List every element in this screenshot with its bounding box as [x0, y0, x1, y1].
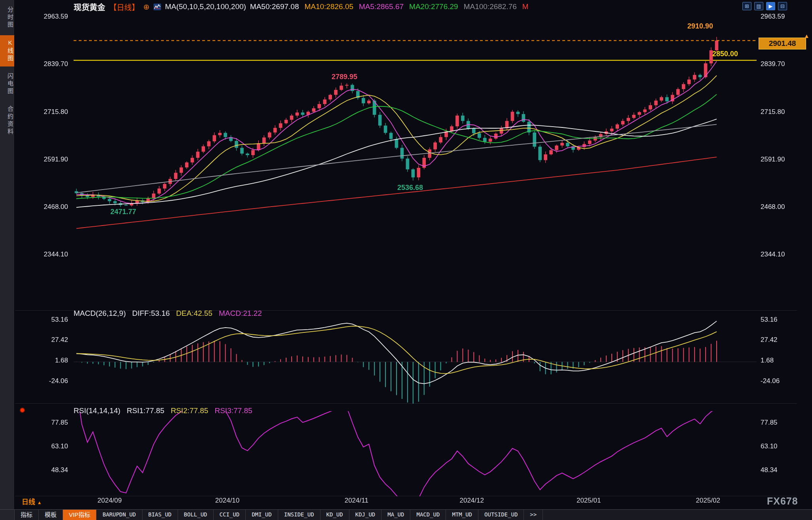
price-axis-label-right: 2468.00: [761, 203, 785, 211]
play-icon[interactable]: ▶: [766, 2, 775, 10]
price-axis-label-right: 2963.59: [761, 13, 785, 21]
price-axis-label-left: 2344.10: [16, 251, 68, 258]
tab-boll-ud[interactable]: BOLL_UD: [178, 510, 214, 520]
tab-indicators[interactable]: 指标: [15, 510, 39, 520]
macd-axis-label-left: -24.06: [16, 377, 68, 385]
price-axis-label-left: 2468.00: [16, 203, 68, 211]
tab-mtm-ud[interactable]: MTM_UD: [446, 510, 478, 520]
ma-value: MA5:2865.67: [359, 2, 404, 11]
ma-value: MA100:2682.76: [464, 2, 517, 11]
sidebar: 分时图K线图闪电图合约资料: [0, 0, 15, 509]
pane-split-icon[interactable]: ▥: [754, 2, 763, 10]
ma-params-label: MA(50,10,5,20,100,200): [165, 2, 246, 11]
macd-axis-label-right: -24.06: [761, 377, 780, 385]
rsi-header-segment: RSI(14,14,14): [74, 406, 120, 415]
date-label: 2024/10: [208, 497, 247, 505]
tab-macd-ud[interactable]: MACD_UD: [410, 510, 446, 520]
macd-axis-label-left: 53.16: [16, 316, 68, 324]
date-label: 2024/12: [452, 497, 491, 505]
latest-price-arrow-icon[interactable]: ▲: [804, 32, 810, 39]
rsi-header: RSI(14,14,14)RSI1:77.85RSI2:77.85RSI3:77…: [74, 406, 252, 415]
ma-value: M: [522, 2, 529, 11]
chart-layout-icons: ⊞▥▶⊟: [742, 2, 787, 10]
last-price-tag: 2901.48: [759, 38, 806, 49]
rsi-axis-label-right: 48.34: [761, 466, 778, 474]
macd-axis-label-right: 1.68: [761, 357, 774, 364]
watermark: FX678: [767, 495, 798, 507]
price-axis-label-right: 2344.10: [761, 251, 785, 258]
mini-chart-icon[interactable]: [154, 4, 161, 10]
period-selector[interactable]: 日线 ▲: [22, 496, 42, 506]
period-label: 日线: [22, 498, 35, 506]
chart-header: 现货黄金 【日线】 ⊕ MA(50,10,5,20,100,200) MA50:…: [74, 2, 529, 12]
macd-axis-label-left: 1.68: [16, 357, 68, 364]
ma-value: MA20:2776.29: [409, 2, 458, 11]
tab-kd-ud[interactable]: KD_UD: [321, 510, 349, 520]
price-axis-label-right: 2839.70: [761, 60, 785, 68]
rsi-header-segment: RSI1:77.85: [127, 406, 164, 415]
tab-more[interactable]: >>: [524, 510, 543, 520]
date-label: 2024/11: [337, 497, 376, 505]
price-axis-label-left: 2839.70: [16, 60, 68, 68]
price-axis-label-left: 2963.59: [16, 13, 68, 21]
period-arrow-icon: ▲: [37, 500, 42, 505]
macd-header-segment: MACD(26,12,9): [74, 309, 126, 318]
add-compare-icon[interactable]: ⊕: [143, 2, 150, 11]
tab-vip-indicators[interactable]: VIP指标: [63, 510, 97, 520]
tab-barupdn-ud[interactable]: BARUPDN_UD: [97, 510, 142, 520]
tabbar-spacer: [0, 510, 15, 520]
indicator-dot-icon: [20, 408, 25, 413]
pane-grid-icon[interactable]: ⊞: [742, 2, 751, 10]
date-label: 2025/01: [569, 497, 609, 505]
pane-merge-icon[interactable]: ⊟: [778, 2, 787, 10]
tab-ma-ud[interactable]: MA_UD: [381, 510, 410, 520]
bottom-tabbar: 指标模板VIP指标BARUPDN_UDBIAS_UDBOLL_UDCCI_UDD…: [0, 509, 812, 520]
price-axis-label-left: 2715.80: [16, 108, 68, 116]
rsi-header-segment: RSI3:77.85: [214, 406, 252, 415]
rsi-axis-label-left: 48.34: [16, 466, 68, 474]
tab-inside-ud[interactable]: INSIDE_UD: [278, 510, 321, 520]
tab-cci-ud[interactable]: CCI_UD: [214, 510, 246, 520]
macd-axis-label-right: 27.42: [761, 336, 778, 344]
overlay-labels: 2963.592963.592839.702839.702715.802715.…: [0, 0, 812, 520]
tab-bias-ud[interactable]: BIAS_UD: [142, 510, 178, 520]
rsi-axis-label-right: 77.85: [761, 419, 778, 427]
date-label: 2025/02: [688, 497, 728, 505]
ma-values: MA50:2697.08MA10:2826.05MA5:2865.67MA20:…: [250, 2, 529, 11]
tab-templates[interactable]: 模板: [39, 510, 63, 520]
rsi-header-segment: RSI2:77.85: [171, 406, 208, 415]
price-annotation: 2910.90: [687, 22, 713, 30]
sidebar-item-kline-chart[interactable]: K线图: [0, 35, 14, 66]
macd-header-segment: MACD:21.22: [219, 309, 262, 318]
sidebar-item-lightning-chart[interactable]: 闪电图: [0, 69, 14, 99]
macd-axis-label-left: 27.42: [16, 336, 68, 344]
price-axis-label-right: 2591.90: [761, 156, 785, 163]
ma-value: MA50:2697.08: [250, 2, 299, 11]
macd-header: MACD(26,12,9)DIFF:53.16DEA:42.55MACD:21.…: [74, 309, 262, 318]
period-tag: 【日线】: [109, 2, 139, 12]
price-axis-label-right: 2715.80: [761, 108, 785, 116]
instrument-title: 现货黄金: [74, 1, 105, 13]
date-label: 2024/09: [90, 497, 129, 505]
tab-outside-ud[interactable]: OUTSIDE_UD: [478, 510, 524, 520]
price-annotation: 2471.77: [110, 208, 136, 216]
tab-kdj-ud[interactable]: KDJ_UD: [349, 510, 382, 520]
tab-dmi-ud[interactable]: DMI_UD: [246, 510, 278, 520]
level-label: 2850.00: [712, 50, 738, 58]
price-annotation: 2536.68: [397, 184, 423, 192]
macd-axis-label-right: 53.16: [761, 316, 778, 324]
macd-header-segment: DIFF:53.16: [132, 309, 170, 318]
rsi-axis-label-right: 63.10: [761, 442, 778, 450]
price-annotation: 2789.95: [332, 73, 357, 81]
rsi-axis-label-left: 63.10: [16, 442, 68, 450]
price-axis-label-left: 2591.90: [16, 156, 68, 163]
sidebar-item-contract-info[interactable]: 合约资料: [0, 102, 14, 140]
sidebar-item-time-chart[interactable]: 分时图: [0, 2, 14, 33]
macd-header-segment: DEA:42.55: [176, 309, 212, 318]
ma-value: MA10:2826.05: [304, 2, 353, 11]
rsi-axis-label-left: 77.85: [16, 419, 68, 427]
